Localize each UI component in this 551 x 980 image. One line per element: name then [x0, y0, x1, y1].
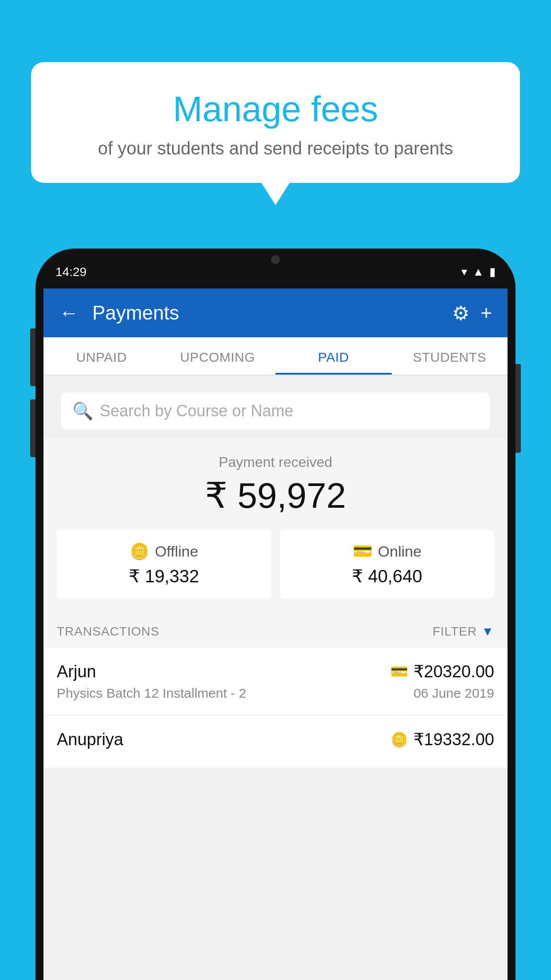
offline-label: Offline [155, 543, 198, 560]
transaction-name-1: Arjun [57, 662, 96, 681]
phone-notch [244, 249, 307, 271]
volume-button-down [30, 399, 35, 457]
transaction-amount-1: ₹20320.00 [413, 662, 495, 681]
table-row[interactable]: Arjun 💳 ₹20320.00 Physics Batch 12 Insta… [43, 648, 508, 715]
payment-summary: Payment received ₹ 59,972 🪙 Offline ₹ 19… [43, 439, 508, 612]
search-input[interactable]: Search by Course or Name [100, 402, 293, 420]
online-card: 💳 Online ₹ 40,640 [280, 530, 494, 599]
settings-icon[interactable]: ⚙ [452, 302, 469, 324]
search-icon: 🔍 [72, 401, 93, 421]
speech-bubble: Manage fees of your students and send re… [31, 62, 520, 183]
transaction-bottom-1: Physics Batch 12 Installment - 2 06 June… [57, 686, 494, 701]
transactions-header: TRANSACTIONS FILTER ▼ [43, 612, 508, 648]
payment-cards: 🪙 Offline ₹ 19,332 💳 Online ₹ 40,640 [57, 530, 494, 599]
filter-label: FILTER [433, 624, 477, 639]
status-icons: ▾ ▲ ▮ [461, 265, 496, 279]
online-label: Online [378, 543, 421, 560]
page-title: Payments [92, 302, 439, 324]
offline-amount: ₹ 19,332 [66, 566, 262, 586]
offline-icon: 🪙 [130, 542, 150, 561]
top-bar-icons: ⚙ + [452, 302, 492, 324]
tab-paid[interactable]: PAID [276, 337, 392, 375]
signal-icon: ▲ [472, 265, 484, 279]
filter-icon: ▼ [481, 624, 494, 639]
speech-bubble-subtitle: of your students and send receipts to pa… [53, 138, 498, 158]
status-bar: 14:29 ▾ ▲ ▮ [35, 249, 516, 288]
total-amount: ₹ 59,972 [57, 475, 494, 516]
transaction-amount-2: ₹19332.00 [413, 730, 495, 749]
transaction-amount-area-2: 🪙 ₹19332.00 [390, 730, 495, 749]
transaction-amount-area-1: 💳 ₹20320.00 [390, 662, 495, 681]
top-bar: ← Payments ⚙ + [43, 288, 508, 337]
table-row[interactable]: Anupriya 🪙 ₹19332.00 [43, 715, 508, 768]
online-amount: ₹ 40,640 [289, 566, 485, 586]
speech-bubble-title: Manage fees [53, 89, 498, 130]
transactions-label: TRANSACTIONS [57, 624, 159, 639]
app-screen: ← Payments ⚙ + UNPAID UPCOMING PAID STUD… [43, 288, 508, 980]
transaction-name-2: Anupriya [57, 730, 123, 749]
search-bar[interactable]: 🔍 Search by Course or Name [61, 392, 490, 430]
add-icon[interactable]: + [480, 302, 492, 324]
wifi-icon: ▾ [461, 265, 467, 279]
online-card-header: 💳 Online [289, 542, 485, 561]
filter-button[interactable]: FILTER ▼ [433, 624, 494, 639]
transaction-top-2: Anupriya 🪙 ₹19332.00 [57, 730, 494, 749]
volume-button-up [30, 328, 35, 386]
transaction-course-1: Physics Batch 12 Installment - 2 [57, 686, 246, 701]
offline-card-header: 🪙 Offline [66, 542, 262, 561]
payment-received-label: Payment received [57, 454, 494, 470]
tab-unpaid[interactable]: UNPAID [43, 337, 160, 375]
credit-card-icon: 💳 [390, 663, 408, 680]
tab-students[interactable]: STUDENTS [392, 337, 508, 375]
online-icon: 💳 [353, 542, 373, 561]
phone-frame: 14:29 ▾ ▲ ▮ ← Payments ⚙ + UNPAID UPCOM [35, 249, 516, 980]
offline-card: 🪙 Offline ₹ 19,332 [57, 530, 271, 599]
back-button[interactable]: ← [59, 301, 79, 324]
battery-icon: ▮ [489, 265, 496, 279]
offline-payment-icon: 🪙 [390, 731, 408, 748]
transaction-date-1: 06 June 2019 [413, 686, 494, 701]
status-time: 14:29 [55, 265, 87, 279]
tab-bar: UNPAID UPCOMING PAID STUDENTS [43, 337, 508, 375]
tab-upcoming[interactable]: UPCOMING [160, 337, 276, 375]
camera [271, 255, 280, 264]
power-button [516, 364, 521, 453]
transaction-top-1: Arjun 💳 ₹20320.00 [57, 662, 494, 681]
